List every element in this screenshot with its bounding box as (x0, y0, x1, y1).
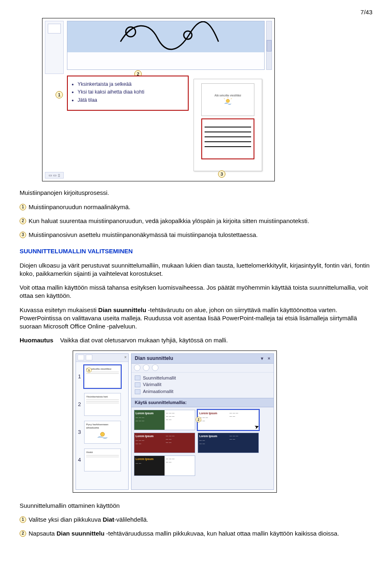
thumbnail (48, 24, 61, 33)
svg-point-6 (100, 432, 105, 436)
callout-1: 1 (56, 91, 63, 98)
outline-slides-tabs: × (76, 354, 128, 362)
cursor-icon: ➤ (253, 422, 261, 431)
design-task-pane: Dian suunnittelu ▾ × Suunnittelumallit V… (131, 353, 274, 490)
template-thumbnail[interactable]: Lorem Ipsum— — —— — — — — —— — —— — (134, 410, 195, 430)
sun-icon (94, 430, 111, 440)
tab-outline[interactable] (78, 355, 84, 360)
svg-line-4 (231, 98, 232, 99)
list-item: 2Kun haluat suurentaa muistiinpanoruudun… (20, 217, 372, 225)
link-animation-schemes[interactable]: Animaatiomallit (135, 389, 270, 395)
slide-number: 3 (78, 429, 82, 436)
slide-thumbnail-3[interactable]: Pysy harkitsemaan aihealuetta (84, 421, 121, 444)
slide-thumbnail-4[interactable]: Vinkit (84, 449, 121, 471)
dropdown-icon[interactable]: ▾ (261, 355, 263, 362)
apply-template-label: Käytä suunnittelumallia: (131, 398, 274, 407)
slide-editor-pane (67, 21, 265, 70)
slide-thumbnail-1[interactable]: 1 Älä sekoilla viestilläsi (84, 365, 121, 388)
svg-line-5 (224, 98, 225, 99)
figure-design-pane: × 1 1 Älä sekoilla viestilläsi 2 Yksinke… (73, 351, 277, 493)
section-heading: SUUNNITTELUMALLIN VALITSEMINEN (20, 247, 372, 255)
callout-3-inline: 3 (20, 232, 26, 238)
callout-2-inline: 2 (20, 530, 26, 537)
view-buttons: ▭ ▭ ▯ (45, 172, 64, 179)
list-item: 3Muistiinpanosivun asettelu muistiinpano… (20, 231, 372, 239)
note-label: Huomautus (20, 337, 53, 344)
task-pane-nav (131, 364, 274, 373)
link-design-templates[interactable]: Suunnittelumallit (135, 375, 270, 381)
callout-1-inline: 1 (20, 516, 26, 523)
notes-bullet: Yksi tai kaksi aihetta diaa kohti (78, 89, 184, 95)
svg-point-1 (184, 31, 192, 39)
callout-2-inline: 2 (20, 218, 26, 224)
body-paragraph: Diojen ulkoasu ja värit perustuvat suunn… (20, 261, 372, 278)
slide-canvas (67, 21, 264, 52)
notes-pane: Yksinkertaista ja selkeää Yksi tai kaksi… (67, 76, 189, 111)
slide-number: 2 (78, 401, 82, 408)
close-icon[interactable]: × (124, 355, 127, 360)
notes-bullet: Jätä tilaa (78, 97, 184, 103)
slides-tab: × 1 1 Älä sekoilla viestilläsi 2 Yksinke… (76, 353, 129, 490)
sun-icon (222, 97, 234, 106)
paragraph-heading: Suunnittelumallin ottaminen käyttöön (20, 502, 372, 510)
list-item: 2Napsauta Dian suunnittelu -tehtäväruudu… (20, 529, 372, 538)
callout-1: 1 (87, 367, 92, 373)
slide-number: 4 (78, 456, 82, 464)
scrollbar[interactable] (266, 21, 272, 70)
template-thumbnail[interactable]: Lorem Ipsum— — — — —— — (134, 455, 195, 476)
template-thumbnail[interactable]: Lorem Ipsum— —— — — — —— — (198, 433, 259, 453)
note-paragraph: Huomautus Vaikka diat ovat oletusarvon m… (20, 336, 372, 344)
color-icon (135, 382, 140, 387)
slide-thumbnail-pane (45, 21, 64, 74)
nav-back-button[interactable] (134, 364, 140, 371)
scrollbar-thumb[interactable] (267, 40, 272, 51)
callout-2: 2 (196, 417, 201, 422)
bold-term: Dian suunnittelu (56, 530, 105, 537)
svg-point-2 (226, 99, 229, 103)
slide-thumbnail-2[interactable]: Yksinkertaista heti (84, 393, 121, 416)
template-thumbnail-selected[interactable]: Lorem Ipsum— — —— — — — —— — 2 ➤ (198, 410, 259, 430)
link-color-schemes[interactable]: Värimallit (135, 382, 270, 388)
callout-1-inline: 1 (20, 204, 26, 210)
design-links: Suunnittelumallit Värimallit Animaatioma… (131, 373, 274, 398)
list-item: 1Muistiinpanoruudun normaalinäkymä. (20, 203, 372, 211)
body-paragraph: Kuvassa esitetyn mukaisesti Dian suunnit… (20, 306, 372, 331)
page-number: 7/43 (20, 8, 372, 16)
body-paragraph: Voit ottaa mallin käyttöön missä tahansa… (20, 284, 372, 300)
callout-3: 3 (218, 170, 225, 178)
notes-slide-title: Älä sekoilla viestilläsi (214, 94, 241, 97)
bold-term: Diat (102, 516, 114, 523)
figure-notes-view: ▭ ▭ ▯ 1 2 Yksinkertaista ja selkeää Yksi… (42, 18, 275, 181)
notes-slide-thumbnail: Älä sekoilla viestilläsi (201, 83, 254, 116)
template-gallery: Lorem Ipsum— — —— — — — — —— — —— — Lore… (131, 407, 274, 478)
close-icon[interactable]: × (268, 355, 270, 362)
paragraph-heading: Muistiinpanojen kirjoitusprosessi. (20, 189, 372, 197)
template-icon (135, 375, 140, 380)
bold-term: Dian suunnittelu (98, 306, 147, 313)
tab-slides[interactable] (86, 355, 92, 360)
notes-text-area (201, 118, 254, 159)
task-pane-title: Dian suunnittelu ▾ × (131, 354, 274, 364)
notes-page-preview: Älä sekoilla viestilläsi (194, 79, 262, 171)
animation-icon (135, 389, 140, 394)
notes-bullet: Yksinkertaista ja selkeää (78, 81, 184, 87)
list-item: 1Valitse yksi dian pikkukuva Diat-välile… (20, 516, 372, 524)
nav-home-button[interactable] (152, 364, 158, 371)
slide-number: 1 (78, 373, 82, 380)
nav-forward-button[interactable] (143, 364, 149, 371)
template-thumbnail[interactable]: Lorem Ipsum— — —— — — — —— —— — (134, 433, 195, 453)
